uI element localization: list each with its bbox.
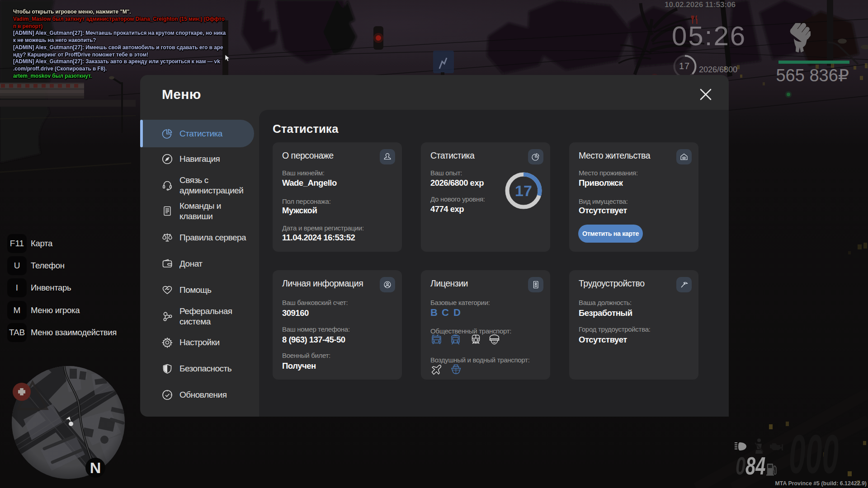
svg-text:N: N [90, 459, 101, 476]
svg-text:17: 17 [515, 182, 532, 199]
